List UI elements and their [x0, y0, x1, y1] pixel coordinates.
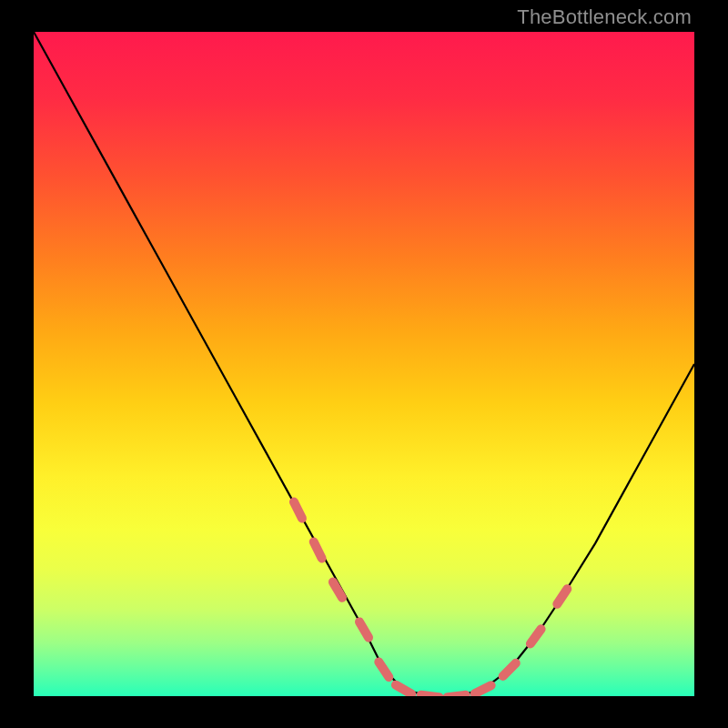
- bottleneck-curve: [34, 32, 694, 696]
- highlight-marker: [475, 685, 491, 693]
- highlight-marker: [421, 695, 440, 696]
- highlight-marker: [503, 663, 516, 676]
- highlight-marker: [359, 622, 369, 637]
- chart-frame: TheBottleneck.com: [0, 0, 728, 728]
- highlight-marker: [333, 582, 342, 598]
- highlight-marker: [557, 589, 567, 604]
- chart-svg: [34, 32, 694, 696]
- highlight-marker: [314, 541, 322, 558]
- highlight-marker: [396, 685, 411, 694]
- highlight-marker: [379, 662, 389, 678]
- watermark-text: TheBottleneck.com: [517, 5, 692, 29]
- highlight-marker: [294, 502, 302, 519]
- marker-layer: [294, 502, 567, 696]
- highlight-marker: [448, 695, 466, 696]
- highlight-marker: [531, 629, 541, 643]
